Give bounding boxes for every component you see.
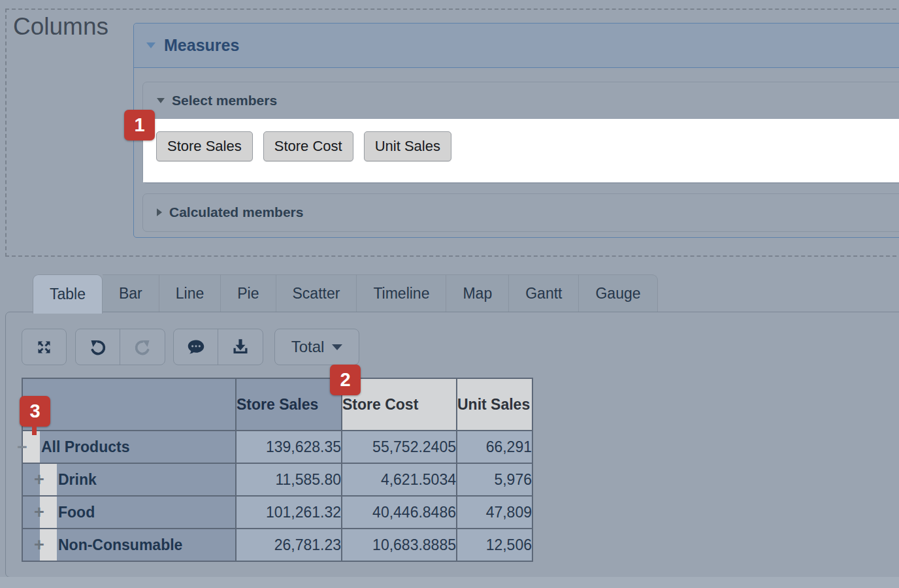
columns-label: Columns	[13, 13, 108, 41]
measures-title: Measures	[164, 36, 239, 55]
tab-gauge[interactable]: Gauge	[579, 274, 657, 312]
plus-icon[interactable]: +	[30, 504, 48, 521]
collapse-expander[interactable]: −	[23, 431, 40, 463]
annotation-badge-3: 3	[20, 396, 50, 427]
cell-value: 5,976	[457, 463, 532, 496]
annotation-badge-2: 2	[330, 365, 361, 395]
table-row: + Non-Consumable 26,781.23 10,683.8885 1…	[22, 529, 532, 561]
expand-button[interactable]	[22, 329, 67, 365]
pivot-corner-cell	[22, 378, 236, 431]
table-row: + Food 101,261.32 40,446.8486 47,809	[22, 496, 532, 529]
row-header-food[interactable]: + Food	[22, 496, 236, 529]
table-row: + Drink 11,585.80 4,621.5034 5,976	[22, 463, 532, 496]
expand-icon	[22, 329, 66, 365]
select-members-fieldset: Select members Store Sales Store Cost Un…	[142, 82, 899, 184]
chevron-right-icon	[157, 208, 162, 216]
minus-icon[interactable]: −	[13, 438, 31, 456]
cell-value: 47,809	[457, 496, 532, 529]
tab-pie[interactable]: Pie	[221, 274, 276, 312]
caret-down-icon	[332, 344, 342, 350]
tab-bar-chart[interactable]: Bar	[103, 274, 159, 312]
annotation-badge-3-pointer	[32, 425, 37, 435]
cell-value: 40,446.8486	[342, 496, 457, 529]
row-label: Non-Consumable	[58, 536, 182, 554]
members-drop-area[interactable]: Store Sales Store Cost Unit Sales	[143, 119, 899, 182]
select-members-header[interactable]: Select members	[143, 82, 899, 118]
pivot-table: Store Sales Store Cost Unit Sales − All …	[22, 378, 533, 562]
calculated-members-fieldset: Calculated members	[142, 193, 899, 232]
total-dropdown-label: Total	[291, 338, 325, 356]
cell-value: 4,621.5034	[342, 463, 457, 496]
chevron-down-icon	[157, 98, 165, 103]
tab-line[interactable]: Line	[159, 274, 221, 312]
cell-value: 12,506	[457, 529, 532, 561]
tab-scatter[interactable]: Scatter	[276, 274, 357, 312]
column-header-store-sales[interactable]: Store Sales	[236, 378, 342, 431]
cell-value: 11,585.80	[236, 463, 342, 496]
chevron-down-icon	[146, 42, 155, 48]
undo-redo-group	[75, 329, 165, 365]
redo-button[interactable]	[120, 329, 164, 365]
expand-expander[interactable]: +	[40, 497, 57, 528]
calculated-members-header[interactable]: Calculated members	[143, 194, 899, 230]
pivot-header-row: Store Sales Store Cost Unit Sales	[22, 378, 532, 431]
row-label: Drink	[58, 471, 97, 489]
row-label: All Products	[41, 438, 129, 456]
calculated-members-title: Calculated members	[169, 204, 303, 220]
download-icon	[231, 338, 250, 356]
undo-icon	[89, 338, 107, 356]
member-button-store-sales[interactable]: Store Sales	[156, 131, 253, 161]
comment-export-group	[173, 329, 263, 365]
tab-table[interactable]: Table	[33, 274, 103, 314]
row-header-drink[interactable]: + Drink	[22, 463, 236, 496]
comment-icon	[187, 338, 205, 356]
undo-button[interactable]	[76, 329, 120, 365]
workspace: Columns Measures Select members Store Sa…	[0, 0, 899, 588]
visualization-tab-bar: Table Bar Line Pie Scatter Timeline Map …	[33, 274, 658, 314]
tab-gantt[interactable]: Gantt	[509, 274, 579, 312]
member-button-unit-sales[interactable]: Unit Sales	[364, 131, 451, 161]
column-header-unit-sales[interactable]: Unit Sales	[457, 378, 532, 431]
redo-icon	[133, 338, 152, 356]
cell-value: 66,291	[457, 431, 532, 463]
annotation-badge-1: 1	[124, 110, 155, 140]
comment-button[interactable]	[174, 329, 218, 365]
table-row: − All Products 139,628.35 55,752.2405 66…	[22, 431, 532, 463]
select-members-title: Select members	[172, 93, 277, 108]
expand-expander[interactable]: +	[40, 529, 57, 561]
row-label: Food	[58, 504, 95, 521]
cell-value: 139,628.35	[236, 431, 342, 463]
cell-value: 10,683.8885	[342, 529, 457, 561]
cell-value: 101,261.32	[236, 496, 342, 529]
expand-expander[interactable]: +	[40, 464, 57, 495]
cell-value: 55,752.2405	[342, 431, 457, 463]
row-header-all-products[interactable]: − All Products	[22, 431, 236, 463]
plus-icon[interactable]: +	[30, 471, 48, 489]
annotation-badge-3-number: 3	[29, 400, 40, 422]
page-footer-area	[0, 577, 899, 588]
row-header-non-consumable[interactable]: + Non-Consumable	[22, 529, 236, 561]
tab-map[interactable]: Map	[446, 274, 509, 312]
total-dropdown[interactable]: Total	[274, 329, 359, 365]
tab-timeline[interactable]: Timeline	[357, 274, 446, 312]
measures-header[interactable]: Measures	[134, 24, 899, 68]
member-buttons-row: Store Sales Store Cost Unit Sales	[156, 131, 451, 161]
download-button[interactable]	[218, 329, 262, 365]
plus-icon[interactable]: +	[30, 536, 48, 554]
member-button-store-cost[interactable]: Store Cost	[263, 131, 353, 161]
cell-value: 26,781.23	[236, 529, 342, 561]
